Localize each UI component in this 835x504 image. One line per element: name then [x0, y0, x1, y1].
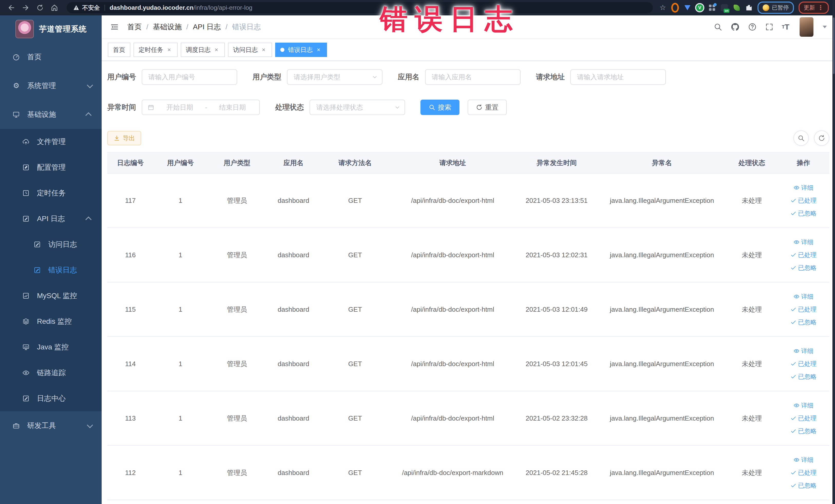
- table-row: 112 1 管理员 dashboard GET /api/infra/db-do…: [107, 445, 829, 500]
- sidebar-item-system[interactable]: ⚙ 系统管理: [0, 72, 102, 100]
- mark-ignored-link[interactable]: 已忽略: [790, 427, 816, 435]
- user-avatar[interactable]: [799, 17, 813, 37]
- cell-method: GET: [320, 228, 390, 282]
- mark-processed-link[interactable]: 已处理: [790, 305, 816, 314]
- mark-ignored-link[interactable]: 已忽略: [790, 209, 816, 218]
- toggle-search-button[interactable]: [793, 130, 809, 146]
- search-button[interactable]: 搜索: [421, 100, 460, 115]
- extension-green-v-icon[interactable]: V: [696, 4, 704, 12]
- cell-error-time: 2021-05-03 12:01:49: [516, 282, 598, 337]
- close-icon[interactable]: ×: [260, 46, 267, 53]
- browser-back-button[interactable]: [5, 2, 18, 14]
- mark-ignored-link[interactable]: 已忽略: [790, 372, 816, 381]
- cell-process-status: 未处理: [726, 228, 777, 282]
- extension-orange-icon[interactable]: [671, 4, 679, 12]
- home-icon: [50, 4, 58, 12]
- extension-on-badge-icon[interactable]: on: [720, 4, 728, 12]
- url-bar[interactable]: 不安全 dashboard.yudao.iocoder.cn/infra/log…: [67, 2, 653, 13]
- extensions-puzzle-icon[interactable]: [745, 4, 753, 12]
- sidebar-item-home[interactable]: 首页: [0, 43, 102, 72]
- sidebar-logo-row[interactable]: 芋道管理系统: [0, 15, 102, 43]
- sidebar-item-access-log[interactable]: 访问日志: [0, 231, 102, 257]
- mark-ignored-link[interactable]: 已忽略: [790, 264, 816, 272]
- window-scrollbar[interactable]: [832, 0, 835, 504]
- breadcrumb-item-infra[interactable]: 基础设施: [153, 22, 182, 32]
- table-row: 115 1 管理员 dashboard GET /api/infra/db-do…: [107, 282, 829, 337]
- mark-ignored-link[interactable]: 已忽略: [790, 318, 816, 326]
- tab-home[interactable]: 首页: [108, 43, 130, 57]
- export-button[interactable]: 导出: [107, 131, 141, 145]
- sidebar-item-api-log[interactable]: API 日志: [0, 206, 102, 231]
- user-type-select[interactable]: 请选择用户类型: [287, 69, 383, 85]
- security-chip[interactable]: 不安全: [73, 4, 100, 12]
- mark-processed-link[interactable]: 已处理: [790, 414, 816, 422]
- cell-request-url: /api/infra/db-doc/export-html: [390, 228, 515, 282]
- check-icon: [790, 252, 796, 258]
- extension-leaf-icon[interactable]: [733, 4, 740, 12]
- chevron-up-icon: [85, 217, 91, 223]
- sidebar-toggle-button[interactable]: [110, 22, 119, 32]
- breadcrumb-item-api-log[interactable]: API 日志: [193, 22, 221, 32]
- mark-processed-link[interactable]: 已处理: [790, 196, 816, 205]
- mark-processed-link[interactable]: 已处理: [790, 251, 816, 259]
- mark-processed-link[interactable]: 已处理: [790, 360, 816, 368]
- reset-button[interactable]: 重置: [468, 100, 507, 115]
- eye-icon: [22, 369, 30, 377]
- sidebar-item-mysql-monitor[interactable]: MySQL 监控: [0, 283, 102, 309]
- tab-access-log[interactable]: 访问日志 ×: [228, 43, 272, 57]
- extension-grid-icon[interactable]: [708, 4, 716, 12]
- extension-blue-icon[interactable]: [684, 4, 691, 12]
- sidebar-item-cron-job[interactable]: 定时任务: [0, 180, 102, 206]
- browser-home-button[interactable]: [48, 2, 61, 14]
- breadcrumb-separator: /: [186, 23, 188, 31]
- detail-link[interactable]: 详细: [793, 456, 813, 464]
- detail-link[interactable]: 详细: [793, 401, 813, 409]
- date-range-picker[interactable]: 开始日期 - 结束日期: [142, 100, 260, 115]
- sidebar-item-log-center[interactable]: 日志中心: [0, 386, 102, 411]
- tab-error-log[interactable]: 错误日志 ×: [275, 43, 327, 57]
- detail-link[interactable]: 详细: [793, 184, 813, 192]
- font-size-button[interactable]: TT: [782, 23, 789, 31]
- browser-forward-button[interactable]: [20, 2, 32, 14]
- process-status-select[interactable]: 请选择处理状态: [309, 100, 405, 115]
- breadcrumb-item-home[interactable]: 首页: [127, 22, 142, 32]
- sidebar-item-file-manage[interactable]: 文件管理: [0, 129, 102, 155]
- browser-reload-button[interactable]: [34, 2, 46, 14]
- detail-link[interactable]: 详细: [793, 347, 813, 355]
- fullscreen-button[interactable]: [765, 23, 774, 31]
- refresh-table-button[interactable]: [814, 130, 829, 146]
- user-id-input[interactable]: [142, 69, 237, 85]
- bookmark-star-icon[interactable]: ☆: [659, 4, 667, 12]
- tab-cron-job[interactable]: 定时任务 ×: [134, 43, 178, 57]
- avatar-caret-icon[interactable]: [823, 26, 827, 28]
- paused-label: 已暂停: [772, 4, 789, 12]
- error-log-table: 日志编号 用户编号 用户类型 应用名 请求方法名 请求地址 异常发生时间 异常名…: [107, 152, 829, 500]
- sidebar-item-java-monitor[interactable]: Java 监控: [0, 334, 102, 360]
- profile-paused-pill[interactable]: 已暂停: [757, 2, 794, 14]
- request-url-input[interactable]: [570, 69, 666, 85]
- app-name-input[interactable]: [425, 69, 521, 85]
- close-icon[interactable]: ×: [315, 46, 322, 53]
- table-row: 117 1 管理员 dashboard GET /api/infra/db-do…: [107, 173, 829, 228]
- layers-icon: [22, 318, 30, 325]
- sidebar-item-dev-tools[interactable]: 研发工具: [0, 411, 102, 440]
- sidebar-item-config-manage[interactable]: 配置管理: [0, 155, 102, 180]
- sidebar-item-error-log[interactable]: 错误日志: [0, 257, 102, 283]
- mark-ignored-link[interactable]: 已忽略: [790, 481, 816, 490]
- close-icon[interactable]: ×: [213, 46, 220, 53]
- scrollbar-thumb[interactable]: [833, 18, 834, 74]
- github-link-button[interactable]: [731, 22, 740, 32]
- filter-row-1: 用户编号 用户类型 请选择用户类型 应用名: [107, 69, 829, 85]
- update-pill[interactable]: 更新 ⋮: [798, 2, 829, 14]
- sidebar-item-infra[interactable]: 基础设施: [0, 100, 102, 129]
- tab-schedule-log[interactable]: 调度日志 ×: [181, 43, 225, 57]
- sidebar-item-trace[interactable]: 链路追踪: [0, 360, 102, 386]
- detail-link[interactable]: 详细: [793, 238, 813, 246]
- detail-link[interactable]: 详细: [793, 293, 813, 301]
- close-icon[interactable]: ×: [166, 46, 172, 53]
- cell-user-type: 管理员: [207, 282, 266, 337]
- mark-processed-link[interactable]: 已处理: [790, 468, 816, 477]
- header-search-button[interactable]: [714, 23, 722, 31]
- sidebar-item-redis-monitor[interactable]: Redis 监控: [0, 309, 102, 334]
- help-button[interactable]: [748, 23, 757, 31]
